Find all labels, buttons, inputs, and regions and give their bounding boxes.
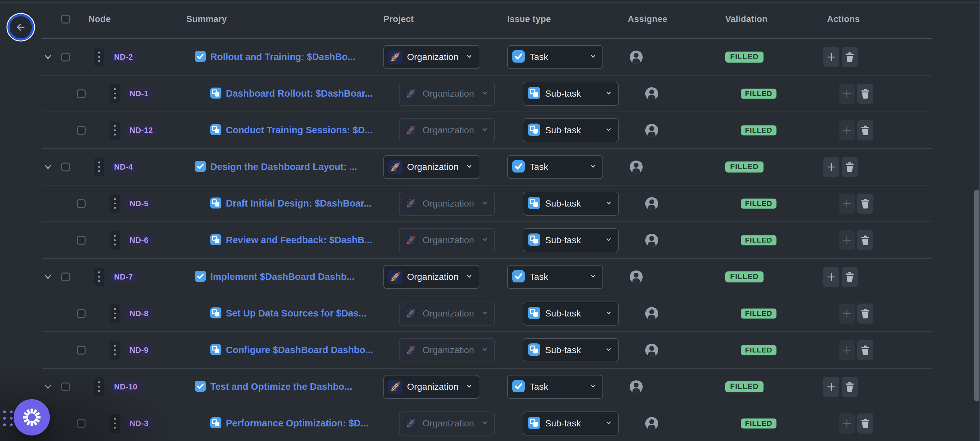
delete-button[interactable] <box>857 304 873 324</box>
delete-button[interactable] <box>857 84 873 104</box>
delete-button[interactable] <box>842 267 858 287</box>
node-id-badge[interactable]: ND-12 <box>125 124 158 136</box>
expand-chevron-icon[interactable] <box>43 272 53 282</box>
summary-link[interactable]: Rollout and Training: $DashBo... <box>210 52 355 62</box>
summary-link[interactable]: Set Up Data Sources for $Das... <box>226 308 366 319</box>
node-id-badge[interactable]: ND-3 <box>125 418 153 429</box>
summary-link[interactable]: Design the Dashboard Layout: ... <box>210 161 357 172</box>
issue-type-dropdown[interactable]: Sub-task <box>523 302 619 326</box>
user-avatar-icon[interactable] <box>645 234 658 247</box>
issue-type-dropdown[interactable]: Task <box>507 155 603 179</box>
drag-handle-icon[interactable] <box>94 377 104 396</box>
expand-chevron-icon[interactable] <box>43 52 53 62</box>
validation-badge: FILLED <box>725 381 764 392</box>
user-avatar-icon[interactable] <box>645 307 658 320</box>
user-avatar-icon[interactable] <box>630 271 643 283</box>
node-id-badge[interactable]: ND-10 <box>110 381 142 393</box>
drag-handle-icon[interactable] <box>110 121 120 140</box>
project-dropdown[interactable]: 🚀Organization <box>383 45 479 69</box>
expand-chevron-icon[interactable] <box>43 382 53 392</box>
drag-handle-icon[interactable] <box>110 84 120 103</box>
add-child-button[interactable] <box>823 377 839 397</box>
user-avatar-icon[interactable] <box>645 197 658 210</box>
issue-type-dropdown[interactable]: Sub-task <box>523 192 619 216</box>
scrollbar-thumb[interactable] <box>974 190 979 401</box>
summary-link[interactable]: Performance Optimization: $D... <box>226 418 369 429</box>
issue-type-dropdown[interactable]: Sub-task <box>523 338 619 362</box>
row-checkbox[interactable] <box>77 345 86 354</box>
row-checkbox[interactable] <box>61 272 70 281</box>
delete-button[interactable] <box>842 47 858 67</box>
row-checkbox[interactable] <box>77 236 86 245</box>
delete-button[interactable] <box>842 157 858 177</box>
drag-handle-icon[interactable] <box>94 48 104 67</box>
task-icon <box>194 271 206 283</box>
node-id-badge[interactable]: ND-1 <box>125 88 153 100</box>
row-checkbox[interactable] <box>77 89 86 98</box>
user-avatar-icon[interactable] <box>630 381 643 393</box>
delete-button[interactable] <box>842 377 858 397</box>
issue-type-dropdown[interactable]: Sub-task <box>523 228 619 252</box>
column-header-issue-type: Issue type <box>507 14 551 24</box>
user-avatar-icon[interactable] <box>645 344 658 357</box>
drag-handle-icon[interactable] <box>94 158 104 177</box>
issue-type-dropdown[interactable]: Sub-task <box>523 82 619 106</box>
node-id-badge[interactable]: ND-6 <box>125 234 153 246</box>
drag-handle-icon[interactable] <box>110 304 120 323</box>
issue-type-dropdown[interactable]: Sub-task <box>523 118 619 142</box>
add-child-button[interactable] <box>823 267 839 287</box>
row-checkbox[interactable] <box>77 126 86 135</box>
project-dropdown[interactable]: 🚀Organization <box>383 265 479 289</box>
delete-button[interactable] <box>857 194 873 214</box>
issue-type-dropdown[interactable]: Task <box>507 265 603 289</box>
fab-drag-handle-icon[interactable] <box>3 411 13 426</box>
issue-type-dropdown[interactable]: Task <box>507 45 603 69</box>
expand-chevron-icon[interactable] <box>43 162 53 172</box>
drag-handle-icon[interactable] <box>110 194 120 213</box>
user-avatar-icon[interactable] <box>645 87 658 100</box>
row-checkbox[interactable] <box>61 162 70 171</box>
user-avatar-icon[interactable] <box>645 124 658 137</box>
node-id-badge[interactable]: ND-5 <box>125 198 153 210</box>
project-dropdown[interactable]: 🚀Organization <box>383 155 479 179</box>
user-avatar-icon[interactable] <box>630 161 643 174</box>
delete-button[interactable] <box>857 414 873 433</box>
summary-link[interactable]: Conduct Training Sessions: $D... <box>226 125 373 135</box>
add-child-button[interactable] <box>823 47 839 67</box>
user-avatar-icon[interactable] <box>630 51 643 64</box>
summary-link[interactable]: Implement $DashBoard Dashb... <box>210 271 355 282</box>
select-all-checkbox[interactable] <box>61 15 70 24</box>
node-id-badge[interactable]: ND-4 <box>110 161 137 173</box>
add-child-button[interactable] <box>823 157 839 177</box>
summary-link[interactable]: Test and Optimize the Dashbo... <box>210 381 352 392</box>
column-header-summary: Summary <box>186 14 227 24</box>
back-button[interactable] <box>6 13 35 41</box>
drag-handle-icon[interactable] <box>110 341 120 360</box>
row-checkbox[interactable] <box>61 53 70 61</box>
issue-type-dropdown[interactable]: Sub-task <box>523 411 619 436</box>
summary-link[interactable]: Review and Feedback: $DashB... <box>226 235 372 245</box>
summary-link[interactable]: Dashboard Rollout: $DashBoar... <box>226 88 373 99</box>
node-id-badge[interactable]: ND-9 <box>125 344 153 356</box>
drag-handle-icon[interactable] <box>94 267 104 286</box>
issue-type-dropdown[interactable]: Task <box>507 375 603 399</box>
project-dropdown[interactable]: 🚀Organization <box>383 375 479 399</box>
drag-handle-icon[interactable] <box>110 414 120 433</box>
summary-link[interactable]: Draft Initial Design: $DashBoar... <box>226 198 372 209</box>
delete-button[interactable] <box>857 230 873 250</box>
row-checkbox[interactable] <box>77 199 86 208</box>
delete-button[interactable] <box>857 340 873 360</box>
node-id-badge[interactable]: ND-8 <box>125 308 153 319</box>
row-checkbox[interactable] <box>77 419 86 428</box>
summary-link[interactable]: Configure $DashBoard Dashbo... <box>226 345 373 355</box>
drag-handle-icon[interactable] <box>110 231 120 250</box>
issue-type-dropdown-value: Sub-task <box>545 199 581 209</box>
row-checkbox[interactable] <box>61 382 70 391</box>
delete-button[interactable] <box>857 120 873 140</box>
add-child-button <box>839 84 855 104</box>
node-id-badge[interactable]: ND-2 <box>110 51 137 63</box>
row-checkbox[interactable] <box>77 309 86 318</box>
node-id-badge[interactable]: ND-7 <box>110 271 137 283</box>
assistant-fab-button[interactable] <box>14 399 50 436</box>
user-avatar-icon[interactable] <box>645 417 658 430</box>
